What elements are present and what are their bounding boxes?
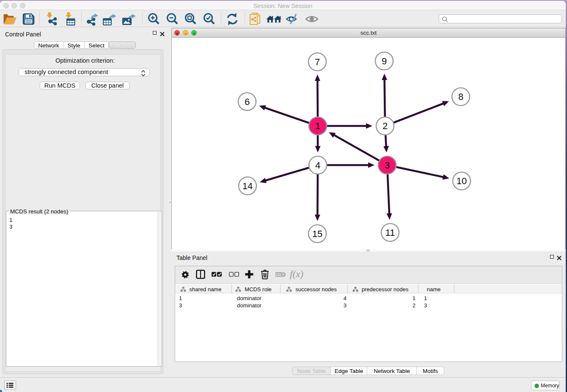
svg-text:4: 4 <box>315 160 320 171</box>
svg-text:10: 10 <box>457 176 467 186</box>
svg-text:11: 11 <box>385 227 395 238</box>
svg-text:8: 8 <box>458 91 463 102</box>
svg-text:7: 7 <box>315 57 320 67</box>
svg-text:14: 14 <box>242 181 253 191</box>
svg-text:3: 3 <box>385 160 390 171</box>
svg-text:2: 2 <box>383 121 388 131</box>
svg-text:6: 6 <box>245 97 250 107</box>
svg-text:15: 15 <box>312 229 322 239</box>
svg-text:1: 1 <box>315 121 320 131</box>
svg-text:9: 9 <box>382 56 387 66</box>
